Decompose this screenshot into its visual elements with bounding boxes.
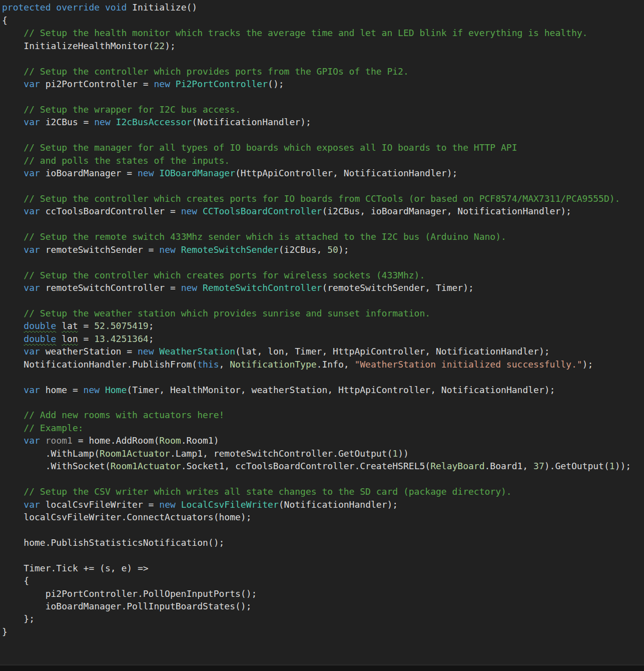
code-line[interactable]: {: [2, 14, 631, 27]
code-token: [197, 206, 203, 216]
code-line[interactable]: // and polls the states of the inputs.: [2, 154, 631, 167]
code-line[interactable]: [2, 371, 631, 383]
code-token: // Setup the weather station which provi…: [24, 308, 430, 318]
code-token: [176, 499, 181, 510]
code-line[interactable]: // Setup the CSV writer which writes all…: [2, 485, 631, 498]
code-token: InitializeHealthMonitor(: [2, 41, 154, 51]
code-line[interactable]: .WithLamp(Room1Actuator.Lamp1, remoteSwi…: [2, 447, 631, 460]
code-area[interactable]: protected override void Initialize()prot…: [2, 0, 631, 638]
code-line[interactable]: var ccToolsBoardController = new CCTools…: [2, 205, 631, 217]
code-line[interactable]: [2, 91, 631, 103]
code-line[interactable]: // Example:: [2, 422, 631, 434]
code-line[interactable]: localCsvFileWriter.ConnectActuators(home…: [2, 511, 631, 523]
code-token: // Add new rooms with actuators here!: [24, 410, 224, 420]
code-line[interactable]: // Setup the weather station which provi…: [2, 307, 631, 319]
code-line[interactable]: };: [2, 612, 631, 625]
code-token: lat: [62, 320, 78, 331]
code-token: [176, 244, 181, 255]
code-line[interactable]: InitializeHealthMonitor(22);: [2, 40, 631, 52]
code-line[interactable]: [2, 294, 631, 307]
code-token: RemoteSwitchSender: [181, 244, 279, 255]
code-line[interactable]: // Setup the manager for all types of IO…: [2, 141, 631, 154]
code-token: [56, 320, 62, 331]
code-token: .Lamp1, remoteSwitchController.GetOutput…: [170, 448, 392, 459]
code-line[interactable]: protected override void Initialize(): [2, 1, 631, 14]
code-line[interactable]: NotificationHandler.PublishFrom(this, No…: [2, 358, 631, 371]
code-token: new: [181, 206, 198, 216]
code-line[interactable]: }: [2, 625, 631, 638]
code-line[interactable]: double lon = 13.4251364;: [2, 332, 631, 345]
code-token: new: [159, 244, 176, 255]
code-line[interactable]: double lat = 52.5075419;: [2, 319, 631, 332]
code-token: LocalCsvFileWriter: [181, 499, 279, 510]
code-line[interactable]: // Setup the wrapper for I2C bus access.: [2, 103, 631, 116]
code-token: CCToolsBoardController: [203, 206, 322, 216]
code-token: // Setup the controller which provides p…: [24, 66, 408, 77]
code-line[interactable]: // Setup the health monitor which tracks…: [2, 27, 631, 39]
code-token: [2, 333, 24, 344]
code-token: ,: [219, 359, 230, 370]
code-token: )): [398, 448, 409, 459]
code-line[interactable]: Timer.Tick += (s, e) =>: [2, 562, 631, 574]
code-line[interactable]: var remoteSwitchSender = new RemoteSwitc…: [2, 243, 631, 256]
code-line[interactable]: var pi2PortController = new Pi2PortContr…: [2, 78, 631, 90]
code-line[interactable]: [2, 256, 631, 268]
code-line[interactable]: // Setup the remote switch 433Mhz sender…: [2, 230, 631, 243]
code-token: // Setup the health monitor which tracks…: [24, 28, 587, 38]
code-token: [111, 117, 116, 127]
code-token: [2, 385, 24, 395]
code-token: var: [24, 206, 40, 216]
code-line[interactable]: var localCsvFileWriter = new LocalCsvFil…: [2, 498, 631, 511]
code-token: {: [2, 575, 29, 586]
code-token: [2, 410, 24, 420]
code-line[interactable]: [2, 129, 631, 141]
code-token: remoteSwitchController =: [40, 282, 181, 293]
code-token: 22: [154, 41, 165, 51]
code-token: new: [159, 499, 176, 510]
editor-window: protected override void Initialize()prot…: [0, 0, 644, 671]
code-line[interactable]: [2, 523, 631, 536]
code-token: .WithSocket(: [2, 461, 111, 471]
code-line[interactable]: [2, 52, 631, 65]
code-line[interactable]: [2, 396, 631, 409]
code-token: Pi2PortController: [176, 79, 268, 89]
code-token: (NotificationHandler);: [279, 499, 398, 510]
code-token: var: [24, 499, 40, 510]
code-token: ();: [268, 79, 284, 89]
code-line[interactable]: // Setup the controller which creates po…: [2, 269, 631, 281]
code-line[interactable]: var i2CBus = new I2cBusAccessor(Notifica…: [2, 116, 631, 128]
code-line[interactable]: [2, 473, 631, 485]
code-token: pi2PortController.PollOpenInputPorts();: [2, 588, 257, 599]
code-line[interactable]: // Setup the controller which creates po…: [2, 192, 631, 205]
code-line[interactable]: [2, 218, 631, 230]
code-line[interactable]: // Setup the controller which provides p…: [2, 65, 631, 78]
code-line[interactable]: {: [2, 574, 631, 587]
code-line[interactable]: [2, 549, 631, 561]
code-token: ;: [149, 333, 154, 344]
code-line[interactable]: var room1 = home.AddRoom(Room.Room1): [2, 434, 631, 447]
code-token: NotificationHandler.PublishFrom(: [2, 359, 197, 370]
code-token: [2, 66, 24, 77]
code-line[interactable]: home.PublishStatisticsNotification();: [2, 536, 631, 549]
code-token: NotificationType: [230, 359, 316, 370]
code-line[interactable]: pi2PortController.PollOpenInputPorts();: [2, 587, 631, 600]
code-line[interactable]: // Add new rooms with actuators here!: [2, 409, 631, 421]
code-token: (i2CBus,: [279, 244, 328, 255]
code-token: double: [24, 333, 56, 344]
code-token: [2, 244, 24, 255]
code-token: this: [197, 359, 219, 370]
code-line[interactable]: .WithSocket(Room1Actuator.Socket1, ccToo…: [2, 460, 631, 472]
code-token: 13.4251364: [94, 333, 148, 344]
bottom-status-strip: [0, 664, 644, 671]
code-line[interactable]: var weatherStation = new WeatherStation(…: [2, 345, 631, 358]
code-line[interactable]: var remoteSwitchController = new RemoteS…: [2, 281, 631, 294]
code-line[interactable]: ioBoardManager.PollInputBoardStates();: [2, 600, 631, 612]
code-token: WeatherStation: [159, 346, 235, 357]
code-line[interactable]: var ioBoardManager = new IOBoardManager(…: [2, 167, 631, 179]
code-token: // Setup the CSV writer which writes all…: [24, 486, 511, 497]
code-line[interactable]: var home = new Home(Timer, HealthMonitor…: [2, 384, 631, 396]
code-token: (HttpApiController, NotificationHandler)…: [235, 168, 457, 178]
code-line[interactable]: [2, 180, 631, 192]
code-token: RemoteSwitchController: [203, 282, 322, 293]
code-token: new: [154, 79, 170, 89]
